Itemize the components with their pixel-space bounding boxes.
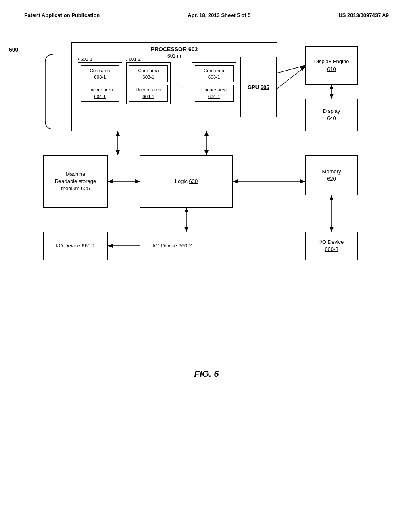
header-patent-number: US 2013/0097437 A9: [338, 12, 389, 18]
gpu-box: GPU 605: [240, 57, 277, 117]
header-date-sheet: Apr. 18, 2013 Sheet 5 of 5: [188, 12, 250, 18]
io2-box: I/O Device 660-2: [140, 232, 204, 260]
gpu-number: 605: [261, 84, 269, 90]
svg-marker-1: [116, 150, 120, 155]
svg-marker-21: [330, 227, 334, 232]
svg-marker-12: [108, 179, 113, 183]
header-publication-label: Patent Application Publication: [24, 12, 100, 18]
io1-box: I/O Device 660-1: [43, 232, 108, 260]
svg-marker-23: [330, 85, 334, 89]
io3-box: I/O Device 660-3: [305, 232, 358, 260]
core2-inner: Core area 603-1 Uncore area 604-1: [126, 62, 171, 104]
svg-marker-26: [300, 65, 305, 70]
display-engine-number: 610: [327, 66, 336, 72]
core-unit-m: / placeholder Core area 603-1 Uncore are…: [192, 57, 236, 104]
core2-bracket-label: / 601-2: [126, 57, 141, 62]
corem-uncore-box: Uncore area 604-1: [195, 85, 234, 102]
core1-inner: Core area 603-1 Uncore area 604-1: [78, 62, 122, 104]
core-unit-1: / 601-1 Core area 603-1 Uncore area 604-…: [78, 57, 122, 104]
logic-box: Logic 630: [140, 155, 233, 208]
display-engine-box: Display Engine 610: [305, 46, 358, 85]
display-number: 640: [327, 115, 336, 121]
svg-marker-15: [184, 208, 188, 212]
svg-line-6: [277, 66, 305, 89]
io2-number: 660-2: [179, 243, 192, 249]
corem-inner: Core area 603-1 Uncore area 604-1: [192, 62, 236, 104]
svg-marker-18: [108, 244, 113, 248]
dots-separator: . . .: [175, 57, 188, 90]
display-box: Display 640: [305, 99, 358, 131]
processor-box: PROCESSOR 602 601-m / 601-1 Core area 60…: [71, 42, 277, 131]
svg-marker-5: [204, 150, 209, 155]
core2-core-box: Core area 603-1: [129, 65, 168, 82]
core-group: / 601-1 Core area 603-1 Uncore area 604-…: [78, 57, 277, 117]
svg-marker-7: [300, 66, 305, 71]
io1-number: 660-1: [82, 243, 95, 249]
figure-label: FIG. 6: [24, 369, 389, 379]
svg-marker-13: [135, 179, 140, 183]
svg-marker-2: [116, 131, 120, 136]
corem-core-box: Core area 603-1: [195, 65, 234, 82]
logic-number: 630: [189, 178, 198, 184]
svg-marker-20: [330, 195, 334, 200]
storage-number: 625: [81, 185, 90, 191]
io3-number: 660-3: [325, 246, 338, 252]
core1-uncore-box: Uncore area 604-1: [81, 85, 119, 102]
core2-uncore-box: Uncore area 604-1: [129, 85, 168, 102]
svg-marker-24: [330, 94, 334, 99]
page-header: Patent Application Publication Apr. 18, …: [24, 12, 389, 18]
svg-marker-9: [233, 179, 238, 183]
core-unit-2: / 601-2 Core area 603-1 Uncore area 604-…: [126, 57, 171, 104]
svg-marker-4: [204, 131, 209, 136]
memory-number: 620: [327, 176, 336, 182]
page: Patent Application Publication Apr. 18, …: [0, 0, 413, 532]
svg-marker-16: [184, 227, 188, 232]
core1-core-box: Core area 603-1: [81, 65, 119, 82]
svg-marker-10: [300, 179, 305, 183]
memory-box: Memory 620: [305, 155, 358, 195]
processor-number: 602: [188, 46, 198, 52]
core1-bracket-label: / 601-1: [78, 57, 92, 62]
diagram-area: 600 PROCESSOR 602 601-m / 601-1 Core: [31, 42, 382, 357]
label-600: 600: [9, 46, 18, 53]
storage-box: Machine Readable storage medium 625: [43, 155, 108, 208]
